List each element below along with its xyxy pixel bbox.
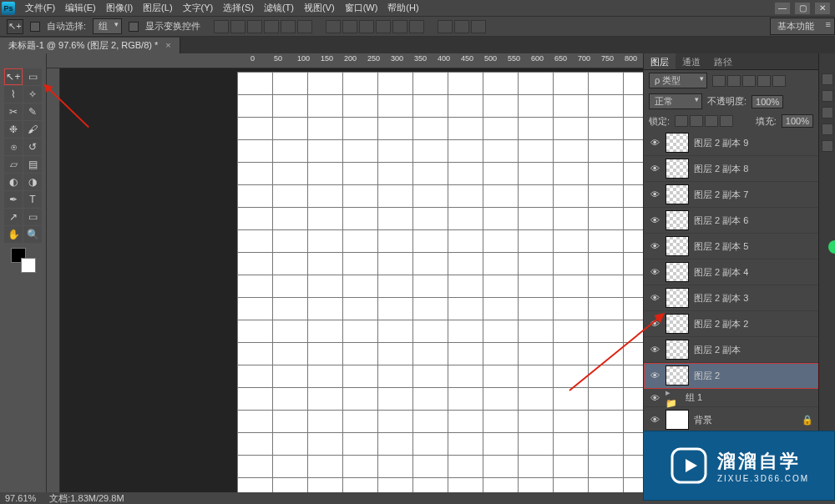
- dodge-tool[interactable]: ◑: [23, 174, 42, 190]
- visibility-eye-icon[interactable]: 👁: [649, 319, 660, 329]
- path-select-tool[interactable]: ↗: [4, 209, 23, 225]
- layer-kind-filter[interactable]: ρ 类型: [649, 73, 707, 88]
- layer-name[interactable]: 图层 2 副本 7: [694, 189, 748, 201]
- layer-row[interactable]: 👁图层 2 副本 9: [644, 130, 818, 156]
- menu-edit[interactable]: 编辑(E): [60, 0, 101, 16]
- zoom-tool[interactable]: 🔍: [23, 226, 42, 243]
- tab-layers[interactable]: 图层: [644, 53, 676, 69]
- visibility-eye-icon[interactable]: 👁: [649, 138, 660, 148]
- align-icon[interactable]: [230, 20, 245, 33]
- visibility-eye-icon[interactable]: 👁: [649, 267, 660, 277]
- dock-icon[interactable]: [822, 140, 833, 152]
- align-icon[interactable]: [247, 20, 262, 33]
- layer-thumbnail[interactable]: [665, 340, 689, 360]
- layer-row[interactable]: 👁▸ 📁组 1: [644, 389, 818, 407]
- gradient-tool[interactable]: ▤: [23, 156, 42, 173]
- canvas-viewport[interactable]: [47, 68, 643, 492]
- visibility-eye-icon[interactable]: 👁: [649, 241, 660, 251]
- layer-thumbnail[interactable]: [665, 262, 689, 282]
- align-icon[interactable]: [214, 20, 229, 33]
- lock-position-icon[interactable]: [705, 115, 718, 127]
- layer-thumbnail[interactable]: [665, 159, 689, 179]
- auto-select-checkbox[interactable]: [30, 22, 40, 32]
- layer-thumbnail[interactable]: [665, 210, 689, 230]
- marquee-tool[interactable]: ▭: [23, 68, 42, 85]
- layer-row[interactable]: 👁图层 2 副本 5: [644, 234, 818, 260]
- filter-type-icon[interactable]: [742, 75, 756, 87]
- auto-select-dropdown[interactable]: 组: [93, 18, 122, 34]
- distribute-icon[interactable]: [409, 20, 424, 33]
- brush-tool[interactable]: 🖌: [23, 121, 42, 138]
- filter-smart-icon[interactable]: [772, 75, 786, 87]
- stamp-tool[interactable]: ⍟: [4, 139, 23, 155]
- layer-row[interactable]: 👁图层 2 副本 8: [644, 156, 818, 182]
- dock-icon[interactable]: [822, 90, 833, 102]
- move-tool[interactable]: ↖+: [4, 68, 23, 85]
- distribute-icon[interactable]: [359, 20, 374, 33]
- lock-all-icon[interactable]: [720, 115, 733, 127]
- heal-tool[interactable]: ❉: [4, 121, 23, 138]
- menu-filter[interactable]: 滤镜(T): [259, 0, 299, 16]
- fill-value[interactable]: 100%: [782, 114, 813, 128]
- visibility-eye-icon[interactable]: 👁: [649, 189, 660, 199]
- layer-row[interactable]: 👁图层 2 副本 4: [644, 260, 818, 285]
- layer-row[interactable]: 👁图层 2 副本: [644, 337, 818, 363]
- type-tool[interactable]: T: [23, 191, 42, 208]
- lock-transparent-icon[interactable]: [675, 115, 688, 127]
- layer-name[interactable]: 图层 2 副本 3: [694, 292, 748, 305]
- align-icon[interactable]: [264, 20, 279, 33]
- layer-row[interactable]: 👁图层 2 副本 7: [644, 182, 818, 208]
- blend-mode-dropdown[interactable]: 正常: [649, 93, 702, 109]
- align-icon[interactable]: [297, 20, 312, 33]
- layer-thumbnail[interactable]: [665, 288, 689, 308]
- dock-icon[interactable]: [822, 73, 833, 85]
- tab-paths[interactable]: 路径: [707, 53, 739, 69]
- visibility-eye-icon[interactable]: 👁: [649, 393, 660, 403]
- history-brush-tool[interactable]: ↺: [23, 139, 42, 155]
- visibility-eye-icon[interactable]: 👁: [649, 164, 660, 174]
- opacity-value[interactable]: 100%: [752, 95, 783, 108]
- folder-icon[interactable]: ▸ 📁: [665, 392, 681, 404]
- document-tab[interactable]: 未标题-1 @ 97.6% (图层 2, RGB/8) * ×: [0, 38, 180, 53]
- layer-thumbnail[interactable]: [665, 236, 689, 256]
- lasso-tool[interactable]: ⌇: [4, 86, 23, 103]
- dock-icon[interactable]: [822, 123, 833, 135]
- menu-help[interactable]: 帮助(H): [382, 0, 423, 16]
- lock-pixels-icon[interactable]: [690, 115, 703, 127]
- crop-tool[interactable]: ✂: [4, 103, 23, 120]
- window-minimize-button[interactable]: —: [775, 3, 790, 14]
- filter-adjust-icon[interactable]: [727, 75, 741, 87]
- distribute-icon[interactable]: [376, 20, 391, 33]
- layer-row[interactable]: 👁图层 2: [644, 363, 818, 389]
- layer-name[interactable]: 组 1: [686, 391, 702, 404]
- menu-window[interactable]: 窗口(W): [340, 0, 383, 16]
- layer-name[interactable]: 背景: [694, 414, 712, 426]
- menu-file[interactable]: 文件(F): [20, 0, 60, 16]
- layer-name[interactable]: 图层 2 副本 2: [694, 318, 748, 330]
- distribute-icon[interactable]: [342, 20, 357, 33]
- layer-thumbnail[interactable]: [665, 410, 689, 430]
- menu-select[interactable]: 选择(S): [218, 0, 259, 16]
- show-transform-checkbox[interactable]: [129, 22, 139, 32]
- layer-name[interactable]: 图层 2 副本 9: [694, 137, 748, 149]
- visibility-eye-icon[interactable]: 👁: [649, 345, 660, 355]
- visibility-eye-icon[interactable]: 👁: [649, 370, 660, 381]
- background-color-icon[interactable]: [21, 258, 36, 273]
- layers-list[interactable]: 👁图层 2 副本 9👁图层 2 副本 8👁图层 2 副本 7👁图层 2 副本 6…: [644, 130, 818, 471]
- visibility-eye-icon[interactable]: 👁: [649, 415, 660, 425]
- menu-view[interactable]: 视图(V): [299, 0, 340, 16]
- color-swatches[interactable]: [11, 248, 36, 273]
- wand-tool[interactable]: ✧: [23, 86, 42, 103]
- filter-pixel-icon[interactable]: [712, 75, 726, 87]
- zoom-readout[interactable]: 97.61%: [5, 493, 36, 503]
- layer-thumbnail[interactable]: [665, 365, 689, 386]
- layer-thumbnail[interactable]: [665, 314, 689, 334]
- layer-row[interactable]: 👁图层 2 副本 2: [644, 311, 818, 337]
- layer-name[interactable]: 图层 2 副本 6: [694, 214, 748, 227]
- layer-name[interactable]: 图层 2 副本 8: [694, 163, 748, 175]
- filter-shape-icon[interactable]: [757, 75, 771, 87]
- layer-row[interactable]: 👁图层 2 副本 6: [644, 208, 818, 234]
- arrange-icon[interactable]: [471, 20, 486, 33]
- eraser-tool[interactable]: ▱: [4, 156, 23, 173]
- distribute-icon[interactable]: [392, 20, 407, 33]
